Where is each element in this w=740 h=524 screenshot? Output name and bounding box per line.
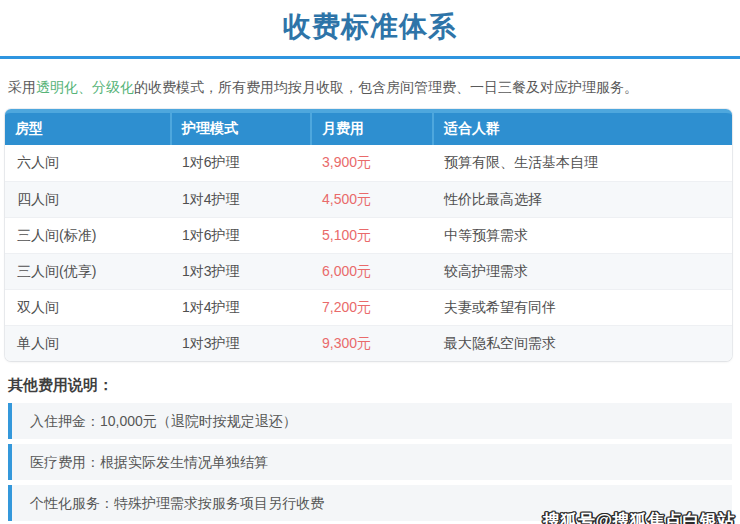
fee-table: 房型 护理模式 月费用 适合人群 六人间 1对6护理 3,900元 预算有限、生…	[5, 109, 732, 361]
cell-care-mode: 1对4护理	[170, 289, 310, 325]
cell-monthly-fee: 3,900元	[310, 145, 432, 181]
column-header-suitable-for: 适合人群	[432, 109, 732, 145]
table-row: 三人间(标准) 1对6护理 5,100元 中等预算需求	[5, 217, 732, 253]
cell-suitable-for: 性价比最高选择	[432, 181, 732, 217]
table-row: 双人间 1对4护理 7,200元 夫妻或希望有同伴	[5, 289, 732, 325]
column-header-care-mode: 护理模式	[170, 109, 310, 145]
column-header-room-type: 房型	[5, 109, 170, 145]
table-row: 六人间 1对6护理 3,900元 预算有限、生活基本自理	[5, 145, 732, 181]
intro-highlight: 透明化、分级化	[36, 79, 134, 95]
cell-room-type: 单人间	[5, 325, 170, 361]
cell-room-type: 三人间(标准)	[5, 217, 170, 253]
other-fees-heading: 其他费用说明：	[8, 376, 732, 395]
cell-room-type: 四人间	[5, 181, 170, 217]
page-title: 收费标准体系	[0, 10, 740, 44]
table-row: 单人间 1对3护理 9,300元 最大隐私空间需求	[5, 325, 732, 361]
note-deposit: 入住押金：10,000元（退院时按规定退还）	[8, 403, 732, 439]
article-page: 收费标准体系 采用透明化、分级化的收费模式，所有费用均按月收取，包含房间管理费、…	[0, 10, 740, 524]
column-header-monthly-fee: 月费用	[310, 109, 432, 145]
intro-text-suffix: 的收费模式，所有费用均按月收取，包含房间管理费、一日三餐及对应护理服务。	[134, 79, 638, 95]
title-divider	[0, 56, 740, 59]
cell-room-type: 六人间	[5, 145, 170, 181]
cell-monthly-fee: 4,500元	[310, 181, 432, 217]
note-medical-fees: 医疗费用：根据实际发生情况单独结算	[8, 444, 732, 480]
cell-suitable-for: 最大隐私空间需求	[432, 325, 732, 361]
cell-care-mode: 1对4护理	[170, 181, 310, 217]
cell-care-mode: 1对6护理	[170, 217, 310, 253]
table-row: 三人间(优享) 1对3护理 6,000元 较高护理需求	[5, 253, 732, 289]
cell-care-mode: 1对6护理	[170, 145, 310, 181]
cell-room-type: 双人间	[5, 289, 170, 325]
cell-monthly-fee: 5,100元	[310, 217, 432, 253]
cell-care-mode: 1对3护理	[170, 253, 310, 289]
table-row: 四人间 1对4护理 4,500元 性价比最高选择	[5, 181, 732, 217]
cell-suitable-for: 预算有限、生活基本自理	[432, 145, 732, 181]
intro-paragraph: 采用透明化、分级化的收费模式，所有费用均按月收取，包含房间管理费、一日三餐及对应…	[8, 79, 732, 96]
cell-suitable-for: 夫妻或希望有同伴	[432, 289, 732, 325]
cell-monthly-fee: 9,300元	[310, 325, 432, 361]
cell-monthly-fee: 7,200元	[310, 289, 432, 325]
watermark: 搜狐号@搜狐焦点白银站	[543, 509, 735, 524]
cell-suitable-for: 较高护理需求	[432, 253, 732, 289]
cell-monthly-fee: 6,000元	[310, 253, 432, 289]
cell-care-mode: 1对3护理	[170, 325, 310, 361]
fee-table-header-row: 房型 护理模式 月费用 适合人群	[5, 109, 732, 145]
intro-text-prefix: 采用	[8, 79, 36, 95]
cell-room-type: 三人间(优享)	[5, 253, 170, 289]
cell-suitable-for: 中等预算需求	[432, 217, 732, 253]
